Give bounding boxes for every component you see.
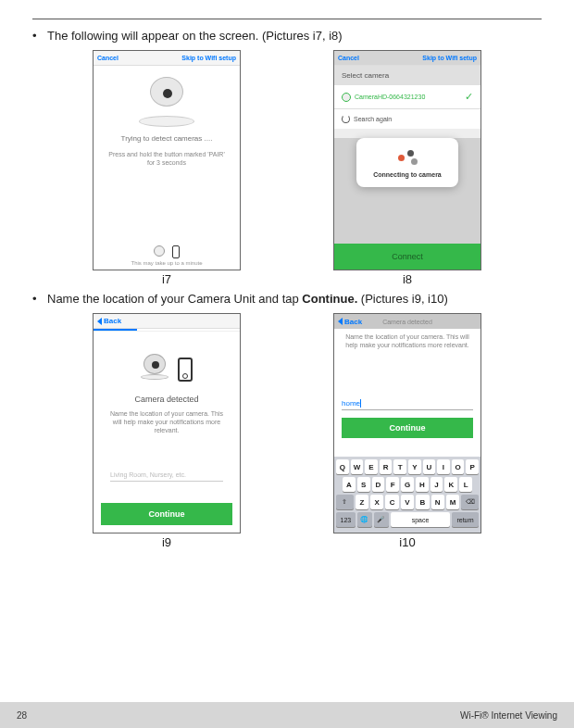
pictures-row-2: Back Camera detected Name the location o… [23, 313, 551, 549]
i7-detecting-text: Trying to detect cameras .... [103, 134, 231, 143]
i9-back-link[interactable]: Back [104, 317, 121, 325]
picture-i9-col: Back Camera detected Name the location o… [93, 313, 241, 549]
pictures-row-1: Cancel Skip to Wifi setup Trying to dete… [23, 50, 551, 286]
chevron-left-icon[interactable] [97, 318, 102, 325]
i9-location-input[interactable]: Living Room, Nursery, etc. [110, 471, 223, 482]
bullet-2-suffix: (Pictures i9, i10) [357, 292, 448, 306]
i8-camera-row[interactable]: CameraHD-0664321230 ✓ [334, 85, 480, 109]
key-V[interactable]: V [401, 495, 414, 509]
i7-topbar: Cancel Skip to Wifi setup [94, 51, 240, 66]
key-C[interactable]: C [385, 495, 398, 509]
i8-connect-button[interactable]: Connect [334, 244, 480, 270]
i8-search-label: Search again [354, 116, 392, 122]
reload-icon [342, 115, 350, 123]
mini-phone-icon [172, 245, 180, 258]
i10-body: Name the location of your camera. This w… [334, 329, 480, 533]
i8-connecting-dialog: Connecting to camera [356, 138, 458, 187]
i10-input-value: home [342, 399, 361, 408]
i9-continue-button[interactable]: Continue [101, 503, 232, 525]
key-delete[interactable]: ⌫ [461, 495, 479, 509]
i8-section-label: Select camera [334, 66, 480, 85]
i7-cancel-link[interactable]: Cancel [97, 55, 119, 61]
i9-label: i9 [162, 535, 171, 549]
i10-location-input[interactable]: home [342, 399, 473, 410]
i7-label: i7 [162, 272, 171, 286]
bullet-2-bold: Continue. [302, 292, 357, 306]
key-M[interactable]: M [446, 495, 459, 509]
i9-body: Camera detected Name the location of you… [94, 332, 240, 533]
camera-device-icon [139, 77, 194, 127]
screenshot-i10: Back Camera detected Name the location o… [333, 313, 481, 533]
page-footer: 28 Wi-Fi® Internet Viewing [0, 702, 574, 728]
bullet-1: • The following will appear on the scree… [31, 29, 551, 43]
kb-row-4: 123 🌐 🎤 space return [336, 512, 479, 527]
i9-progress-fill [94, 329, 137, 331]
key-123[interactable]: 123 [336, 512, 356, 527]
bullet-1-text: The following will appear on the screen.… [47, 29, 551, 43]
i8-body: Select camera CameraHD-0664321230 ✓ Sear… [334, 66, 480, 270]
i7-skip-link[interactable]: Skip to Wifi setup [181, 55, 236, 61]
key-F[interactable]: F [386, 477, 399, 492]
i10-back-link[interactable]: Back [344, 318, 362, 326]
key-U[interactable]: U [423, 459, 436, 474]
footer-section: Wi-Fi® Internet Viewing [460, 710, 557, 721]
ios-keyboard: Q W E R T Y U I O P A S D [334, 457, 480, 533]
key-space[interactable]: space [391, 512, 450, 527]
key-S[interactable]: S [357, 477, 370, 492]
i10-header-title: Camera detected [382, 319, 432, 325]
page-number: 28 [17, 710, 27, 721]
i8-dialog-text: Connecting to camera [366, 171, 449, 178]
key-I[interactable]: I [437, 459, 450, 474]
picture-i8-col: Cancel Skip to Wifi setup Select camera … [333, 50, 481, 286]
key-return[interactable]: return [452, 512, 479, 527]
i7-bottom: This may take up to a minute [94, 245, 240, 266]
key-H[interactable]: H [416, 477, 429, 492]
i8-skip-link[interactable]: Skip to Wifi setup [422, 55, 477, 61]
i9-topbar: Back [94, 314, 240, 329]
key-N[interactable]: N [431, 495, 444, 509]
key-O[interactable]: O [452, 459, 465, 474]
i8-search-row[interactable]: Search again [334, 109, 480, 129]
key-Q[interactable]: Q [336, 459, 349, 474]
dots-icon [394, 147, 420, 166]
screenshot-i9: Back Camera detected Name the location o… [93, 313, 241, 533]
bullet-dot-icon: • [31, 292, 47, 306]
key-G[interactable]: G [401, 477, 414, 492]
screenshot-i7: Cancel Skip to Wifi setup Trying to dete… [93, 50, 241, 270]
picture-i7-col: Cancel Skip to Wifi setup Trying to dete… [93, 50, 241, 286]
camera-icon [141, 354, 168, 382]
i9-subtitle: Name the location of your camera. This w… [108, 409, 225, 434]
i8-label: i8 [403, 272, 412, 286]
top-rule [32, 19, 542, 19]
key-R[interactable]: R [380, 459, 393, 474]
check-icon: ✓ [465, 91, 473, 103]
key-D[interactable]: D [372, 477, 385, 492]
key-B[interactable]: B [416, 495, 429, 509]
key-Z[interactable]: Z [356, 495, 368, 509]
mini-camera-icon [154, 245, 165, 257]
key-shift[interactable]: ⇧ [336, 495, 354, 509]
key-T[interactable]: T [393, 459, 406, 474]
chevron-left-icon[interactable] [338, 318, 343, 325]
key-L[interactable]: L [459, 477, 472, 492]
key-P[interactable]: P [466, 459, 479, 474]
bullet-2: • Name the location of your Camera Unit … [31, 292, 551, 306]
key-E[interactable]: E [365, 459, 378, 474]
i7-instruction-text: Press and hold the button marked 'PAIR' … [105, 150, 229, 167]
i8-topbar: Cancel Skip to Wifi setup [334, 51, 480, 66]
key-Y[interactable]: Y [408, 459, 421, 474]
key-globe[interactable]: 🌐 [357, 512, 372, 527]
key-W[interactable]: W [351, 459, 364, 474]
key-K[interactable]: K [444, 477, 457, 492]
i8-camera-id: CameraHD-0664321230 [355, 94, 425, 100]
picture-i10-col: Back Camera detected Name the location o… [333, 313, 481, 549]
i10-continue-button[interactable]: Continue [342, 418, 473, 438]
key-A[interactable]: A [343, 477, 356, 492]
i10-subtitle: Name the location of your camera. This w… [342, 333, 473, 349]
i8-cancel-link[interactable]: Cancel [338, 55, 359, 61]
key-X[interactable]: X [370, 495, 383, 509]
kb-row-3: ⇧ Z X C V B N M ⌫ [336, 495, 479, 509]
key-J[interactable]: J [430, 477, 443, 492]
i10-topbar: Back Camera detected [334, 314, 480, 329]
key-mic[interactable]: 🎤 [374, 512, 389, 527]
